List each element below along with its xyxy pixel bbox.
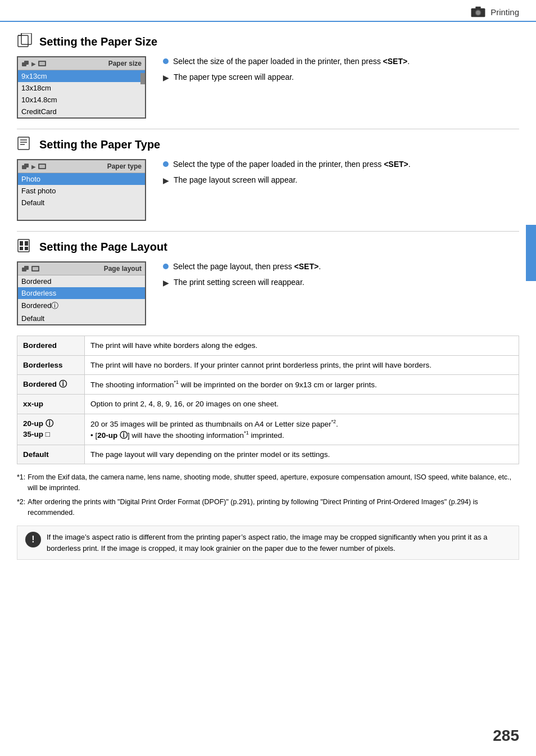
footnote-text: From the Exif data, the camera name, len…	[28, 472, 519, 494]
lcd-item: Borderless	[18, 287, 145, 299]
bullet-item: Select the page layout, then press <SET>…	[163, 261, 519, 273]
bullet-dot-icon	[163, 161, 169, 167]
svg-rect-22	[25, 241, 28, 246]
svg-rect-3	[475, 7, 480, 9]
table-term: 20-up ⓘ 35-up □	[17, 414, 85, 445]
lcd-item: Default	[18, 313, 145, 324]
lcd-item: Photo	[18, 173, 145, 185]
svg-rect-24	[25, 247, 28, 250]
footnote-1: *1: From the Exif data, the camera name,…	[17, 472, 519, 494]
section-icon-paper-type	[17, 136, 34, 153]
sidebar-accent	[526, 225, 536, 281]
table-definition: The shooting information*1 will be impri…	[85, 375, 519, 395]
table-row: Borderless The print will have no border…	[17, 355, 519, 375]
bullet-dot-icon	[163, 58, 169, 64]
table-definition: Option to print 2, 4, 8, 9, 16, or 20 im…	[85, 395, 519, 414]
warning-box: ! If the image’s aspect ratio is differe…	[17, 526, 519, 560]
svg-rect-28	[33, 267, 38, 270]
arrow-icon: ▶	[163, 278, 169, 289]
section-page-layout: Setting the Page Layout Page layout Bord…	[17, 238, 519, 325]
header-text: Printing	[490, 7, 519, 17]
divider	[17, 129, 519, 129]
section-title-paper-type: Setting the Paper Type	[17, 136, 519, 153]
svg-rect-19	[39, 165, 45, 168]
table-term: Bordered	[17, 336, 85, 356]
bullet-list-paper-type: Select the type of the paper loaded in t…	[163, 159, 519, 191]
info-table: Bordered The print will have white borde…	[17, 336, 519, 464]
lcd-item: 9x13cm	[18, 70, 145, 82]
bullet-item: Select the size of the paper loaded in t…	[163, 56, 519, 67]
bullet-dot-icon	[163, 264, 169, 269]
section-icon-page-layout	[17, 238, 34, 256]
svg-rect-12	[18, 137, 29, 150]
lcd-item: Borderedⓘ	[18, 299, 145, 313]
footnote-marker: *2:	[17, 497, 25, 508]
svg-rect-5	[21, 33, 31, 44]
footnotes: *1: From the Exif data, the camera name,…	[17, 472, 519, 518]
arrow-icon: ▶	[163, 175, 169, 187]
section-body-paper-type: ▶ Paper type Photo Fast photo Default Se…	[17, 159, 519, 221]
section-body-page-layout: Page layout Bordered Borderless Bordered…	[17, 261, 519, 325]
camera-icon	[470, 6, 486, 18]
svg-rect-26	[24, 266, 29, 270]
lcd-item: 13x18cm	[18, 82, 145, 94]
section-title-paper-size: Setting the Paper Size	[17, 33, 519, 51]
bullet-item: ▶ The print setting screen will reappear…	[163, 277, 519, 289]
table-definition: The page layout will vary depending on t…	[85, 445, 519, 464]
lcd-paper-size: ▶ Paper size 9x13cm 13x18cm 10x14.8cm Cr…	[17, 56, 146, 119]
table-term: Bordered ⓘ	[17, 375, 85, 395]
lcd-item: 10x14.8cm	[18, 94, 145, 106]
table-term: xx-up	[17, 395, 85, 414]
svg-rect-17	[24, 164, 29, 168]
divider	[17, 231, 519, 232]
svg-rect-21	[20, 241, 23, 246]
svg-rect-9	[24, 61, 29, 65]
lcd-item: Bordered	[18, 275, 145, 287]
table-term: Borderless	[17, 355, 85, 375]
bullet-list-page-layout: Select the page layout, then press <SET>…	[163, 261, 519, 293]
main-content: Setting the Paper Size ▶ Paper size 9x13…	[0, 22, 536, 571]
section-title-page-layout: Setting the Page Layout	[17, 238, 519, 256]
table-definition: 20 or 35 images will be printed as thumb…	[85, 414, 519, 445]
header-title: Printing	[470, 6, 519, 18]
svg-rect-11	[39, 62, 45, 65]
section-icon-paper-size	[17, 33, 34, 51]
lcd-item: Default	[18, 197, 145, 209]
svg-rect-4	[18, 35, 28, 47]
table-row: Default The page layout will vary depend…	[17, 445, 519, 464]
section-paper-size: Setting the Paper Size ▶ Paper size 9x13…	[17, 33, 519, 119]
table-row: 20-up ⓘ 35-up □ 20 or 35 images will be …	[17, 414, 519, 445]
warning-icon: !	[25, 532, 41, 547]
bullet-item: Select the type of the paper loaded in t…	[163, 159, 519, 170]
bullet-list-paper-size: Select the size of the paper loaded in t…	[163, 56, 519, 88]
header: Printing	[0, 0, 536, 22]
arrow-icon: ▶	[163, 73, 169, 84]
svg-point-2	[476, 11, 480, 15]
table-row: Bordered ⓘ The shooting information*1 wi…	[17, 375, 519, 395]
footnote-text: After ordering the prints with "Digital …	[28, 497, 519, 518]
table-definition: The print will have white borders along …	[85, 336, 519, 356]
bullet-item: ▶ The paper type screen will appear.	[163, 72, 519, 84]
page-number: 285	[493, 727, 519, 745]
bullet-item: ▶ The page layout screen will appear.	[163, 175, 519, 187]
table-row: Bordered The print will have white borde…	[17, 336, 519, 356]
lcd-item: Fast photo	[18, 185, 145, 197]
section-body-paper-size: ▶ Paper size 9x13cm 13x18cm 10x14.8cm Cr…	[17, 56, 519, 119]
lcd-paper-type: ▶ Paper type Photo Fast photo Default	[17, 159, 146, 221]
table-term: Default	[17, 445, 85, 464]
lcd-item: CreditCard	[18, 106, 145, 117]
footnote-marker: *1:	[17, 472, 25, 483]
warning-text: If the image’s aspect ratio is different…	[47, 532, 511, 554]
table-row: xx-up Option to print 2, 4, 8, 9, 16, or…	[17, 395, 519, 414]
lcd-scrollbar	[140, 73, 145, 84]
section-paper-type: Setting the Paper Type ▶ Paper type Phot…	[17, 136, 519, 221]
lcd-page-layout: Page layout Bordered Borderless Bordered…	[17, 261, 146, 325]
svg-rect-23	[20, 247, 23, 250]
footnote-2: *2: After ordering the prints with "Digi…	[17, 497, 519, 518]
table-definition: The print will have no borders. If your …	[85, 355, 519, 375]
